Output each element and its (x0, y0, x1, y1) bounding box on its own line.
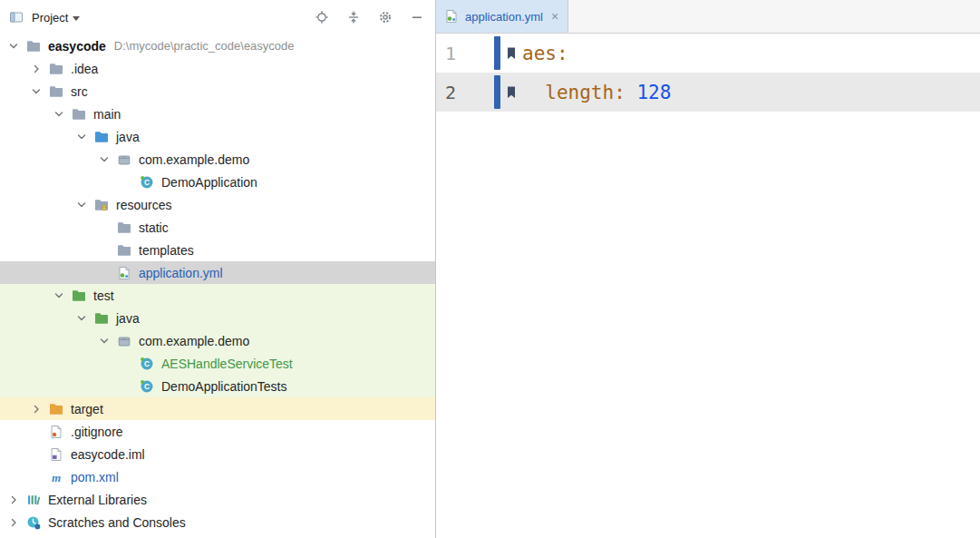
project-tool-window: Project easycode D:\mycode\practic_code\… (0, 0, 436, 538)
tree-item-pom-xml[interactable]: pom.xml (0, 465, 435, 488)
chevron-down-icon[interactable] (70, 132, 92, 142)
chevron-right-icon[interactable] (2, 494, 24, 505)
tab-label: application.yml (465, 10, 543, 24)
module-file-icon (47, 447, 65, 462)
tree-item-package-test[interactable]: com.example.demo (0, 329, 435, 352)
chevron-right-icon[interactable] (24, 64, 47, 74)
yaml-file-icon (115, 266, 133, 280)
tree-item-java-main[interactable]: java (0, 125, 435, 148)
tree-item-scratches-and-consoles[interactable]: Scratches and Consoles (0, 511, 435, 533)
code-line[interactable]: 1 aes: (436, 34, 980, 73)
tree-item-templates[interactable]: templates (0, 239, 435, 261)
close-tab-icon[interactable]: × (551, 9, 558, 24)
gutter-marker-icon[interactable] (500, 85, 522, 100)
chevron-down-icon[interactable] (92, 336, 115, 347)
folder-icon (47, 84, 65, 99)
chevron-down-icon[interactable] (92, 154, 115, 165)
project-view-selector[interactable]: Project (32, 11, 68, 24)
chevron-down-icon[interactable] (47, 290, 70, 301)
yaml-file-icon (444, 9, 459, 24)
tree-item-idea[interactable]: .idea (0, 57, 435, 80)
editor-area: application.yml × 1 aes: 2 length: 128 (436, 0, 980, 538)
tree-item-package-main[interactable]: com.example.demo (0, 148, 435, 171)
change-marker (494, 36, 500, 70)
tree-item-static[interactable]: static (0, 216, 435, 239)
project-folder-icon (24, 39, 43, 54)
tree-item-demo-application[interactable]: DemoApplication (0, 171, 435, 193)
hide-panel-button[interactable] (408, 8, 426, 26)
tool-window-icon (7, 8, 25, 26)
test-folder-icon (70, 289, 88, 303)
code-line-current[interactable]: 2 length: 128 (436, 73, 980, 112)
change-marker (494, 75, 500, 109)
tree-item-label: Scratches and Consoles (48, 515, 186, 530)
project-path: D:\mycode\practic_code\easycode (114, 39, 295, 53)
tree-item-label: easycode.iml (71, 447, 145, 462)
tree-item-label: .gitignore (71, 425, 123, 439)
class-icon (138, 175, 156, 190)
folder-icon (115, 220, 133, 235)
editor-tab-bar: application.yml × (436, 0, 980, 34)
tab-application-yml[interactable]: application.yml × (436, 0, 568, 33)
ide-window: Project easycode D:\mycode\practic_code\… (0, 0, 980, 538)
tree-item-label: DemoApplication (161, 175, 257, 190)
chevron-down-icon[interactable] (47, 109, 70, 120)
source-folder-icon (92, 130, 111, 144)
tree-item-java-test[interactable]: java (0, 307, 435, 329)
git-file-icon (47, 425, 65, 439)
tree-item-demo-application-tests[interactable]: DemoApplicationTests (0, 375, 435, 397)
gutter-marker-icon[interactable] (500, 46, 522, 61)
line-number: 1 (436, 43, 494, 64)
settings-button[interactable] (376, 8, 394, 26)
tree-item-application-yml[interactable]: application.yml (0, 261, 435, 284)
tree-item-label: main (93, 107, 121, 122)
chevron-right-icon[interactable] (2, 517, 24, 528)
tree-item-label: test (93, 289, 114, 303)
tree-item-main[interactable]: main (0, 103, 435, 125)
tree-item-src[interactable]: src (0, 80, 435, 103)
test-source-folder-icon (92, 311, 111, 326)
tree-item-external-libraries[interactable]: External Libraries (0, 488, 435, 511)
folder-icon (70, 107, 88, 122)
yaml-key: aes: (522, 43, 568, 64)
external-libraries-icon (24, 493, 43, 507)
chevron-down-icon[interactable] (2, 41, 24, 52)
tree-item-easycode[interactable]: easycode D:\mycode\practic_code\easycode (0, 34, 435, 57)
tree-item-label: External Libraries (48, 493, 147, 507)
tree-item-label: easycode (48, 39, 106, 54)
chevron-down-icon[interactable] (73, 16, 80, 21)
yaml-value: 128 (636, 82, 671, 103)
scratches-icon (24, 515, 43, 530)
class-icon (138, 379, 156, 394)
tree-item-label: AESHandleServiceTest (161, 357, 293, 371)
folder-icon (47, 62, 65, 76)
tree-item-label: DemoApplicationTests (161, 379, 287, 394)
tree-item-target[interactable]: target (0, 397, 435, 420)
tree-item-label: resources (116, 198, 171, 212)
tree-item-easycode-iml[interactable]: easycode.iml (0, 443, 435, 465)
class-icon (138, 357, 156, 371)
locate-file-button[interactable] (313, 8, 331, 26)
tree-item-gitignore[interactable]: .gitignore (0, 420, 435, 443)
chevron-down-icon[interactable] (70, 200, 92, 210)
tree-item-label: pom.xml (71, 470, 119, 484)
excluded-folder-icon (47, 402, 65, 416)
tree-item-label: application.yml (139, 266, 223, 280)
line-number: 2 (436, 82, 494, 103)
project-tree: easycode D:\mycode\practic_code\easycode… (0, 34, 435, 538)
tree-item-resources[interactable]: resources (0, 193, 435, 216)
tree-item-label: templates (139, 243, 194, 258)
chevron-down-icon[interactable] (70, 313, 92, 324)
chevron-down-icon[interactable] (24, 86, 47, 97)
chevron-right-icon[interactable] (24, 404, 47, 415)
collapse-all-button[interactable] (344, 8, 363, 26)
code-editor[interactable]: 1 aes: 2 length: 128 (436, 34, 980, 538)
tree-item-aes-handle-service-test[interactable]: AESHandleServiceTest (0, 352, 435, 375)
tree-item-label: com.example.demo (139, 152, 249, 167)
tree-item-label: java (116, 130, 140, 144)
yaml-key: length: (522, 82, 636, 103)
tree-item-label: target (71, 402, 103, 416)
tree-item-test[interactable]: test (0, 284, 435, 307)
project-panel-header: Project (0, 0, 435, 34)
package-icon (115, 152, 133, 167)
